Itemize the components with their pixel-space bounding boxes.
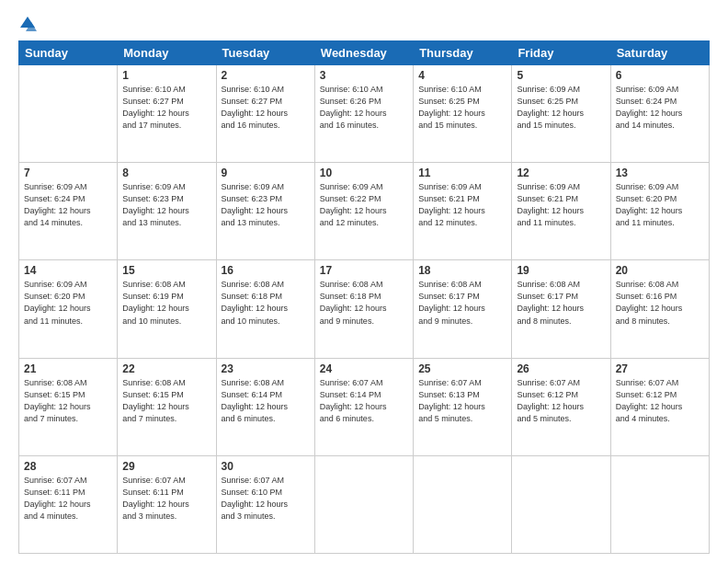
calendar-cell: 16Sunrise: 6:08 AMSunset: 6:18 PMDayligh… [216,260,314,358]
day-info: Sunrise: 6:07 AMSunset: 6:11 PMDaylight:… [24,475,112,523]
logo [18,15,37,33]
day-info: Sunrise: 6:08 AMSunset: 6:15 PMDaylight:… [24,377,112,425]
day-info: Sunrise: 6:09 AMSunset: 6:22 PMDaylight:… [320,181,408,229]
day-number: 26 [517,362,605,375]
day-info: Sunrise: 6:08 AMSunset: 6:17 PMDaylight:… [418,279,506,327]
week-row-3: 14Sunrise: 6:09 AMSunset: 6:20 PMDayligh… [19,260,710,358]
day-number: 11 [418,167,506,179]
calendar-cell: 14Sunrise: 6:09 AMSunset: 6:20 PMDayligh… [19,260,118,358]
calendar-cell [414,455,512,553]
calendar-cell: 13Sunrise: 6:09 AMSunset: 6:20 PMDayligh… [610,163,709,260]
calendar-cell: 6Sunrise: 6:09 AMSunset: 6:24 PMDaylight… [610,65,709,163]
calendar-cell [512,455,610,553]
day-number: 10 [320,167,408,179]
day-number: 14 [24,264,112,277]
weekday-header-friday: Friday [512,41,610,65]
day-info: Sunrise: 6:07 AMSunset: 6:12 PMDaylight:… [616,377,704,425]
day-info: Sunrise: 6:08 AMSunset: 6:16 PMDaylight:… [616,279,704,327]
day-number: 23 [222,362,310,375]
calendar-cell: 20Sunrise: 6:08 AMSunset: 6:16 PMDayligh… [610,260,709,358]
day-number: 1 [122,69,210,82]
day-number: 16 [222,264,310,277]
day-number: 5 [517,69,605,82]
calendar-cell: 30Sunrise: 6:07 AMSunset: 6:10 PMDayligh… [216,455,314,553]
day-info: Sunrise: 6:10 AMSunset: 6:25 PMDaylight:… [418,84,506,132]
day-number: 12 [517,167,605,179]
day-number: 4 [418,69,506,82]
day-info: Sunrise: 6:08 AMSunset: 6:18 PMDaylight:… [320,279,408,327]
calendar-cell: 5Sunrise: 6:09 AMSunset: 6:25 PMDaylight… [512,65,610,163]
page: SundayMondayTuesdayWednesdayThursdayFrid… [0,0,728,563]
day-info: Sunrise: 6:08 AMSunset: 6:14 PMDaylight:… [222,377,310,425]
weekday-header-row: SundayMondayTuesdayWednesdayThursdayFrid… [19,41,710,65]
day-info: Sunrise: 6:09 AMSunset: 6:21 PMDaylight:… [517,181,605,229]
week-row-4: 21Sunrise: 6:08 AMSunset: 6:15 PMDayligh… [19,358,710,455]
calendar-cell: 24Sunrise: 6:07 AMSunset: 6:14 PMDayligh… [314,358,413,455]
calendar-cell: 26Sunrise: 6:07 AMSunset: 6:12 PMDayligh… [512,358,610,455]
calendar-cell [610,455,709,553]
day-number: 20 [616,264,704,277]
day-info: Sunrise: 6:10 AMSunset: 6:26 PMDaylight:… [320,84,408,132]
day-info: Sunrise: 6:09 AMSunset: 6:21 PMDaylight:… [418,181,506,229]
day-number: 29 [122,460,210,473]
calendar-cell: 23Sunrise: 6:08 AMSunset: 6:14 PMDayligh… [216,358,314,455]
calendar-cell: 19Sunrise: 6:08 AMSunset: 6:17 PMDayligh… [512,260,610,358]
day-number: 24 [320,362,408,375]
day-info: Sunrise: 6:09 AMSunset: 6:24 PMDaylight:… [616,84,704,132]
calendar-cell: 17Sunrise: 6:08 AMSunset: 6:18 PMDayligh… [314,260,413,358]
calendar-cell: 1Sunrise: 6:10 AMSunset: 6:27 PMDaylight… [118,65,216,163]
weekday-header-saturday: Saturday [610,41,709,65]
day-info: Sunrise: 6:09 AMSunset: 6:20 PMDaylight:… [616,181,704,229]
calendar-cell: 29Sunrise: 6:07 AMSunset: 6:11 PMDayligh… [118,455,216,553]
day-number: 17 [320,264,408,277]
weekday-header-wednesday: Wednesday [314,41,413,65]
day-info: Sunrise: 6:07 AMSunset: 6:12 PMDaylight:… [517,377,605,425]
day-number: 9 [222,167,310,179]
day-info: Sunrise: 6:08 AMSunset: 6:18 PMDaylight:… [222,279,310,327]
day-number: 3 [320,69,408,82]
calendar-cell: 9Sunrise: 6:09 AMSunset: 6:23 PMDaylight… [216,163,314,260]
day-info: Sunrise: 6:08 AMSunset: 6:19 PMDaylight:… [122,279,210,327]
day-number: 13 [616,167,704,179]
day-number: 28 [24,460,112,473]
calendar-cell: 4Sunrise: 6:10 AMSunset: 6:25 PMDaylight… [414,65,512,163]
day-number: 30 [222,460,310,473]
calendar-cell: 11Sunrise: 6:09 AMSunset: 6:21 PMDayligh… [414,163,512,260]
weekday-header-monday: Monday [118,41,216,65]
logo-icon [18,15,37,33]
day-number: 6 [616,69,704,82]
week-row-5: 28Sunrise: 6:07 AMSunset: 6:11 PMDayligh… [19,455,710,553]
calendar-cell: 18Sunrise: 6:08 AMSunset: 6:17 PMDayligh… [414,260,512,358]
calendar-cell: 27Sunrise: 6:07 AMSunset: 6:12 PMDayligh… [610,358,709,455]
day-number: 25 [418,362,506,375]
calendar-cell [314,455,413,553]
day-info: Sunrise: 6:07 AMSunset: 6:10 PMDaylight:… [222,475,310,523]
weekday-header-thursday: Thursday [414,41,512,65]
day-info: Sunrise: 6:07 AMSunset: 6:11 PMDaylight:… [122,475,210,523]
day-info: Sunrise: 6:09 AMSunset: 6:23 PMDaylight:… [122,181,210,229]
day-info: Sunrise: 6:09 AMSunset: 6:23 PMDaylight:… [222,181,310,229]
weekday-header-tuesday: Tuesday [216,41,314,65]
day-number: 7 [24,167,112,179]
calendar-cell: 25Sunrise: 6:07 AMSunset: 6:13 PMDayligh… [414,358,512,455]
calendar-cell: 2Sunrise: 6:10 AMSunset: 6:27 PMDaylight… [216,65,314,163]
calendar-cell: 28Sunrise: 6:07 AMSunset: 6:11 PMDayligh… [19,455,118,553]
day-number: 27 [616,362,704,375]
calendar-cell: 12Sunrise: 6:09 AMSunset: 6:21 PMDayligh… [512,163,610,260]
calendar-cell: 7Sunrise: 6:09 AMSunset: 6:24 PMDaylight… [19,163,118,260]
day-info: Sunrise: 6:09 AMSunset: 6:20 PMDaylight:… [24,279,112,327]
header [18,15,710,33]
day-info: Sunrise: 6:10 AMSunset: 6:27 PMDaylight:… [222,84,310,132]
calendar-cell [19,65,118,163]
day-info: Sunrise: 6:09 AMSunset: 6:25 PMDaylight:… [517,84,605,132]
day-number: 21 [24,362,112,375]
day-info: Sunrise: 6:07 AMSunset: 6:13 PMDaylight:… [418,377,506,425]
week-row-2: 7Sunrise: 6:09 AMSunset: 6:24 PMDaylight… [19,163,710,260]
calendar-cell: 21Sunrise: 6:08 AMSunset: 6:15 PMDayligh… [19,358,118,455]
day-info: Sunrise: 6:09 AMSunset: 6:24 PMDaylight:… [24,181,112,229]
day-info: Sunrise: 6:08 AMSunset: 6:15 PMDaylight:… [122,377,210,425]
day-number: 22 [122,362,210,375]
day-number: 8 [122,167,210,179]
day-number: 18 [418,264,506,277]
day-info: Sunrise: 6:07 AMSunset: 6:14 PMDaylight:… [320,377,408,425]
